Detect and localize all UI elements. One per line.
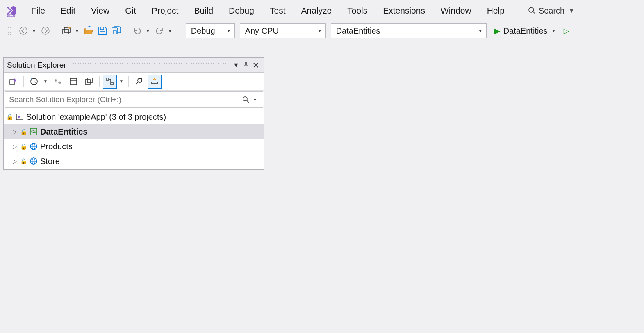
filter-dropdown[interactable]: ▼ [43,79,48,84]
platform-value: Any CPU [245,26,279,36]
chevron-down-icon: ▼ [569,7,574,14]
properties-button[interactable] [132,75,146,89]
web-project-icon [30,157,38,165]
svg-rect-21 [70,78,77,85]
expand-arrow-icon[interactable]: ▷ [12,158,18,164]
svg-point-9 [10,32,11,33]
svg-point-10 [8,34,9,35]
svg-rect-23 [85,80,90,84]
configuration-value: Debug [191,26,215,36]
nav-back-dropdown[interactable]: ▼ [32,29,36,33]
solution-icon [16,113,24,121]
sync-active-document-button[interactable] [51,75,65,89]
lock-icon: 🔒 [20,143,27,150]
window-position-dropdown[interactable]: ▼ [231,60,241,70]
search-icon[interactable] [242,96,250,103]
search-input[interactable] [9,95,242,104]
project-row-store[interactable]: ▷ 🔒 Store [4,154,264,169]
svg-rect-19 [10,80,15,84]
startup-project-combo[interactable]: DataEntities ▼ [331,23,487,38]
menu-tools[interactable]: Tools [341,3,374,18]
svg-line-30 [247,100,249,103]
pending-changes-filter-button[interactable] [27,75,41,89]
startup-project-value: DataEntities [336,26,380,36]
svg-point-11 [10,34,11,35]
start-dropdown[interactable]: ▼ [551,29,555,33]
solution-root[interactable]: 🔒 Solution 'exampleApp' (3 of 3 projects… [4,109,264,124]
pin-icon[interactable] [241,60,251,70]
solution-label: Solution 'exampleApp' (3 of 3 projects) [26,112,166,122]
menu-debug[interactable]: Debug [222,3,261,18]
start-debugging-button[interactable]: ▶ DataEntities ▼ ▷ [494,26,569,36]
menu-view[interactable]: View [84,3,116,18]
home-button[interactable] [6,75,20,89]
chevron-down-icon: ▼ [226,28,231,34]
svg-rect-25 [106,78,109,80]
lock-icon: 🔒 [6,114,13,120]
preview-selected-items-button[interactable] [148,75,162,89]
main-toolbar: ▼ ▼ ▼ ▼ Debug ▼ Any CPU ▼ DataEntities ▼… [0,21,644,40]
nav-back-button[interactable] [17,25,30,37]
show-all-files-button[interactable] [103,75,117,89]
toolbar-separator [127,25,127,36]
panel-drag-region[interactable] [70,62,228,68]
menu-project[interactable]: Project [145,3,185,18]
svg-point-13 [42,27,49,34]
solution-explorer-panel: Solution Explorer ▼ ▼ ▼ [3,57,264,170]
menu-analyze[interactable]: Analyze [294,3,338,18]
redo-dropdown[interactable]: ▼ [168,29,172,33]
search-options-dropdown[interactable]: ▼ [253,98,257,102]
menu-window[interactable]: Window [434,3,478,18]
toolbar-separator [99,76,100,87]
save-all-button[interactable] [110,25,123,37]
menubar: PRE File Edit View Git Project Build Deb… [0,0,644,21]
new-project-dropdown[interactable]: ▼ [75,29,79,33]
configuration-combo[interactable]: Debug ▼ [186,23,235,38]
project-label: Products [40,142,73,151]
toolbar-separator [178,25,178,36]
play-icon: ▶ [494,26,500,36]
close-icon[interactable] [251,60,261,70]
expand-arrow-icon[interactable]: ▷ [12,143,18,150]
solution-explorer-toolbar: ▼ ▼ [4,73,264,91]
web-project-icon [30,142,38,151]
menu-extensions[interactable]: Extensions [376,3,432,18]
project-label: DataEntities [40,127,88,137]
solution-tree: 🔒 Solution 'exampleApp' (3 of 3 projects… [4,109,264,169]
menu-help[interactable]: Help [480,3,511,18]
new-project-button[interactable] [60,25,73,37]
menu-test[interactable]: Test [263,3,292,18]
toolbar-separator [128,76,129,87]
expand-arrow-icon[interactable]: ▷ [12,128,18,135]
svg-rect-28 [152,82,157,84]
start-without-debugging-button[interactable]: ▷ [563,26,569,36]
svg-rect-16 [100,27,104,30]
project-row-products[interactable]: ▷ 🔒 Products [4,139,264,154]
save-button[interactable] [96,25,109,37]
collapse-all-button[interactable] [82,75,96,89]
svg-point-4 [8,27,9,28]
refresh-button[interactable] [66,75,80,89]
open-file-button[interactable] [82,25,95,37]
svg-line-3 [533,12,535,14]
search-menu[interactable]: Search ▼ [525,5,578,17]
nav-forward-button[interactable] [39,25,52,37]
solution-explorer-search[interactable]: ▼ [5,91,263,108]
menu-git[interactable]: Git [118,3,143,18]
redo-button[interactable] [153,25,166,37]
svg-rect-18 [113,31,116,34]
svg-point-5 [10,27,11,28]
undo-button[interactable] [131,25,143,37]
menu-build[interactable]: Build [187,3,220,18]
menu-file[interactable]: File [25,3,52,18]
svg-rect-26 [111,82,113,85]
menu-edit[interactable]: Edit [54,3,82,18]
platform-combo[interactable]: Any CPU ▼ [240,23,326,38]
svg-rect-24 [87,78,92,83]
view-dropdown[interactable]: ▼ [119,79,123,84]
chevron-down-icon: ▼ [478,28,483,34]
project-row-dataentities[interactable]: ▷ 🔒 C# DataEntities [4,124,264,139]
svg-rect-14 [63,29,68,34]
search-icon [528,7,536,15]
undo-dropdown[interactable]: ▼ [146,29,150,33]
